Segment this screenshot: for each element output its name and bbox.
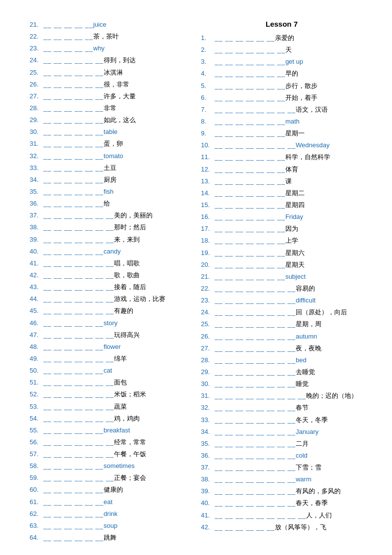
item-content: __ __ __ __ __ __蛋，卵 — [43, 139, 123, 149]
blank-underline: __ __ __ __ __ __ __ — [43, 414, 114, 424]
list-item: 33.__ __ __ __ __ __ __ __冬天，冬季 — [201, 415, 362, 425]
item-content: __ __ __ __ __ __ __玩得高兴 — [43, 330, 140, 340]
chinese-text: 健康的 — [104, 485, 123, 495]
english-text: math — [285, 117, 300, 127]
english-text: cat — [104, 366, 112, 376]
blank-underline: __ __ __ __ __ __ __ — [43, 270, 114, 280]
item-content: __ __ __ __ __ __ __ __春天，春季 — [215, 498, 328, 508]
item-content: __ __ __ __ __ __cat — [43, 366, 112, 376]
list-item: 39.__ __ __ __ __ __ __ __有风的，多风的 — [201, 486, 362, 496]
blank-underline: __ __ __ __ __ __ — [215, 522, 275, 532]
list-item: 43.__ __ __ __ __ __ __接着，随后 — [30, 282, 191, 292]
blank-underline: __ __ __ __ __ __ __ __ — [215, 427, 296, 437]
english-text: bed — [296, 355, 307, 365]
item-content: __ __ __ __ __ __厨房 — [43, 175, 117, 185]
english-text: flower — [104, 342, 121, 352]
item-content: __ __ __ __ __ __ __米饭；稻米 — [43, 389, 146, 399]
blank-underline: __ __ __ __ __ — [43, 43, 93, 53]
blank-underline: __ __ __ __ __ __ __ — [215, 152, 285, 162]
blank-underline: __ __ __ __ __ __ __ __ __ — [215, 391, 306, 401]
english-text: tomato — [104, 151, 123, 161]
chinese-text: 许多，大量 — [104, 91, 136, 101]
list-item: 23.__ __ __ __ __ __ __ __difficult — [201, 296, 362, 305]
blank-underline: __ __ __ __ __ __ — [43, 497, 104, 507]
blank-underline: __ __ __ __ __ __ __ — [215, 200, 285, 210]
blank-underline: __ __ __ __ __ __ __ __ — [215, 451, 296, 461]
list-item: 31.__ __ __ __ __ __蛋，卵 — [30, 139, 191, 149]
blank-underline: __ __ __ __ __ __ __ __ — [215, 319, 296, 329]
blank-underline: __ __ __ __ __ __ __ — [215, 236, 285, 246]
item-content: __ __ __ __ __ __ __ __January — [215, 427, 318, 437]
chinese-text: 茶，茶叶 — [93, 32, 119, 42]
chinese-text: 厨房 — [104, 175, 117, 185]
english-text: candy — [104, 247, 121, 256]
chinese-text: 春天，春季 — [296, 498, 328, 508]
item-number: 53. — [30, 402, 43, 412]
list-item: 17.__ __ __ __ __ __ __因为 — [201, 224, 362, 234]
chinese-text: 给 — [104, 199, 110, 209]
item-content: __ __ __ __ __ __eat — [43, 497, 113, 507]
item-number: 42. — [201, 522, 215, 532]
blank-underline: __ __ __ __ __ __ __ — [215, 165, 285, 174]
item-content: __ __ __ __ __ __ __ __autumn — [215, 332, 317, 342]
item-number: 20. — [201, 260, 215, 270]
list-item: 35.__ __ __ __ __ __ __ __二月 — [201, 439, 362, 449]
item-number: 16. — [201, 212, 215, 222]
blank-underline: __ __ __ __ __ __ __ __ — [215, 296, 296, 305]
blank-underline: __ __ __ __ __ __ — [43, 509, 104, 519]
chinese-text: 面包 — [114, 378, 127, 387]
chinese-text: 有趣的 — [114, 306, 133, 316]
item-content: __ __ __ __ __茶，茶叶 — [43, 32, 119, 42]
item-number: 15. — [201, 200, 215, 210]
item-content: __ __ __ __ __ __ __面包 — [43, 378, 127, 387]
blank-underline: __ __ __ __ __ __ __ — [43, 402, 114, 412]
list-item: 35.__ __ __ __ __ __fish — [30, 187, 191, 197]
list-item: 16.__ __ __ __ __ __ __Friday — [201, 212, 362, 222]
item-number: 30. — [30, 127, 43, 137]
item-content: __ __ __ __ __ __drink — [43, 509, 118, 519]
item-content: __ __ __ __ __ __ __ __夜，夜晚 — [215, 343, 321, 353]
item-number: 51. — [30, 378, 43, 387]
blank-underline: __ __ __ __ __ __ — [43, 533, 104, 543]
list-item: 62.__ __ __ __ __ __drink — [30, 509, 191, 519]
chinese-text: 冰淇淋 — [104, 68, 123, 78]
item-number: 35. — [30, 187, 43, 197]
list-item: 12.__ __ __ __ __ __ __体育 — [201, 165, 362, 174]
item-content: __ __ __ __ __ __ __接着，随后 — [43, 282, 146, 292]
list-item: 9.__ __ __ __ __ __ __星期一 — [201, 128, 362, 138]
list-item: 56.__ __ __ __ __ __ __经常，常常 — [30, 437, 191, 447]
item-content: __ __ __ __ __ __ __步行，散步 — [215, 81, 317, 91]
blank-underline: __ __ __ __ __ __ — [43, 342, 104, 352]
item-number: 32. — [30, 151, 43, 161]
english-text: juice — [93, 20, 107, 30]
item-number: 23. — [201, 296, 215, 305]
item-number: 21. — [30, 20, 43, 30]
blank-underline: __ __ __ __ __ __ __ — [215, 176, 285, 186]
item-content: __ __ __ __ __ __ __ __去睡觉 — [215, 367, 315, 377]
list-item: 19.__ __ __ __ __ __ __星期六 — [201, 248, 362, 258]
list-item: 38.__ __ __ __ __ __ __ __warm — [201, 474, 362, 484]
blank-underline: __ __ __ __ __ __ __ __ — [215, 439, 296, 449]
list-item: 39.__ __ __ __ __ __ __来，来到 — [30, 235, 191, 245]
item-content: __ __ __ __ __ __ __早的 — [215, 69, 298, 79]
item-number: 46. — [30, 318, 43, 328]
item-content: __ __ __ __ __ __ __天 — [215, 45, 292, 55]
item-content: __ __ __ __ __ __ __ __星期，周 — [215, 319, 321, 329]
item-content: __ __ __ __ __ __sometimes — [43, 461, 135, 471]
list-item: 63.__ __ __ __ __ __soup — [30, 521, 191, 531]
blank-underline: __ __ __ __ __ __ __ __ — [215, 486, 296, 496]
chinese-text: 上学 — [285, 236, 298, 246]
blank-underline: __ __ __ __ __ __ __ __ — [215, 463, 296, 472]
list-item: 42.__ __ __ __ __ __放（风筝等），飞 — [201, 522, 362, 532]
blank-underline: __ __ __ __ __ __ __ — [215, 260, 285, 270]
item-content: __ __ __ __ __ __ __星期一 — [215, 128, 305, 138]
chinese-text: 下雪；雪 — [296, 463, 321, 472]
blank-underline: __ __ __ __ __ __ __ — [43, 378, 114, 387]
list-item: 34.__ __ __ __ __ __ __ __January — [201, 427, 362, 437]
chinese-text: 唱，唱歌 — [114, 258, 140, 268]
english-text: difficult — [296, 296, 315, 305]
list-item: 10.__ __ __ __ __ __ __ __Wednesday — [201, 140, 362, 150]
chinese-text: 绵羊 — [114, 354, 127, 364]
blank-underline: __ __ __ __ __ __ __ — [215, 128, 285, 138]
item-content: __ __ __ __ __ __ __星期二 — [215, 188, 305, 198]
